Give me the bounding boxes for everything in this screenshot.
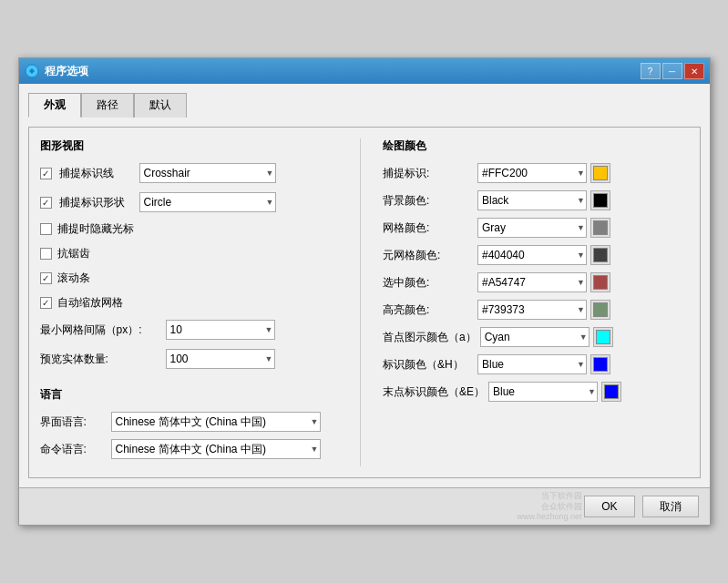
- content-area: 外观 路径 默认 图形视图 捕提标识线 Crosshair: [19, 84, 710, 487]
- swatch-capture: [593, 166, 608, 180]
- swatch-marker-h: [593, 357, 608, 372]
- tab-default[interactable]: 默认: [134, 93, 187, 118]
- select-command-lang[interactable]: Chinese 简体中文 (China 中国) English: [111, 439, 321, 459]
- label-color-end-point: 末点标识颜色（&E）: [383, 384, 485, 400]
- color-row-grid: 网格颜色: Gray ▼: [383, 218, 689, 238]
- color-picker-bg[interactable]: [590, 190, 610, 210]
- select-wrap-color-capture: #FFC200 ▼: [477, 163, 587, 183]
- select-wrap-color-highlight: #739373 ▼: [477, 300, 587, 320]
- select-color-selected[interactable]: #A54747: [477, 272, 587, 292]
- label-color-highlight: 高亮颜色:: [383, 302, 474, 318]
- label-anti-alias: 抗锯齿: [57, 246, 90, 261]
- select-wrap-color-end-point: Blue ▼: [488, 382, 598, 402]
- swatch-end-point: [604, 384, 619, 399]
- color-picker-first-point[interactable]: [593, 327, 613, 347]
- label-auto-zoom: 自动缩放网格: [57, 295, 123, 311]
- select-interface-lang[interactable]: Chinese 简体中文 (China 中国) English: [111, 412, 321, 432]
- window-title: 程序选项: [45, 64, 88, 79]
- tab-bar: 外观 路径 默认: [28, 93, 701, 118]
- color-row-first-point: 首点图示颜色（a） Cyan ▼: [383, 327, 689, 347]
- left-section-title: 图形视图: [40, 138, 346, 154]
- select-color-first-point[interactable]: Cyan: [480, 327, 590, 347]
- label-color-grid: 网格颜色:: [383, 220, 474, 236]
- language-section: 语言 界面语言: Chinese 简体中文 (China 中国) English…: [40, 387, 346, 459]
- checkbox-row-auto-zoom: 自动缩放网格: [40, 295, 346, 311]
- swatch-first-point: [596, 330, 610, 344]
- select-preview-count[interactable]: 100 50 200: [166, 349, 275, 369]
- label-min-grid: 最小网格间隔（px）:: [40, 322, 159, 338]
- checkbox-row-anti-alias: 抗锯齿: [40, 246, 346, 261]
- select-wrap-color-marker-h: Blue ▼: [477, 354, 587, 374]
- select-wrap-min-grid: 10 5 20 ▼: [166, 320, 275, 340]
- select-wrap-preview-count: 100 50 200 ▼: [166, 349, 275, 369]
- select-wrap-capture-shape: Circle Square Diamond ▼: [139, 192, 276, 212]
- bottom-bar: 当下软件园合众软件园www.hezhong.net OK 取消: [19, 487, 710, 525]
- label-color-first-point: 首点图示颜色（a）: [383, 330, 477, 345]
- cancel-button[interactable]: 取消: [642, 496, 699, 517]
- color-row-bg: 背景颜色: Black ▼: [383, 190, 689, 210]
- select-color-meta-grid[interactable]: #404040: [477, 245, 587, 265]
- select-wrap-color-first-point: Cyan ▼: [480, 327, 590, 347]
- checkbox-capture-line[interactable]: [40, 168, 52, 179]
- checkbox-anti-alias[interactable]: [40, 248, 52, 260]
- color-row-capture-marker: 捕提标识: #FFC200 ▼: [383, 163, 689, 183]
- label-color-marker-h: 标识颜色（&H）: [383, 357, 474, 373]
- color-row-end-point: 末点标识颜色（&E） Blue ▼: [383, 382, 689, 402]
- left-panel: 图形视图 捕提标识线 Crosshair None Line ▼: [40, 138, 362, 466]
- right-section-title: 绘图颜色: [383, 138, 689, 154]
- select-color-end-point[interactable]: Blue: [488, 382, 598, 402]
- select-color-marker-h[interactable]: Blue: [477, 354, 587, 374]
- swatch-bg: [593, 193, 608, 208]
- watermark: 当下软件园合众软件园www.hezhong.net: [517, 491, 581, 523]
- tab-appearance[interactable]: 外观: [28, 93, 81, 118]
- label-capture-shape: 捕提标识形状: [59, 195, 132, 210]
- color-picker-meta-grid[interactable]: [590, 245, 610, 265]
- color-picker-marker-h[interactable]: [590, 354, 610, 374]
- main-window: 程序选项 ? ─ ✕ 外观 路径 默认 图形视图: [18, 57, 711, 526]
- right-panel: 绘图颜色 捕提标识: #FFC200 ▼ 背景颜色:: [375, 138, 689, 466]
- select-wrap-color-selected: #A54747 ▼: [477, 272, 587, 292]
- help-button[interactable]: ?: [641, 63, 661, 79]
- color-picker-end-point[interactable]: [601, 382, 621, 402]
- titlebar-left: 程序选项: [25, 64, 88, 79]
- label-color-meta-grid: 元网格颜色:: [383, 248, 474, 263]
- select-color-grid[interactable]: Gray: [477, 218, 587, 238]
- select-wrap-capture-line: Crosshair None Line ▼: [139, 163, 276, 183]
- close-button[interactable]: ✕: [684, 63, 704, 79]
- checkbox-row-hide-cursor: 捕提时隐藏光标: [40, 221, 346, 237]
- tab-content-appearance: 图形视图 捕提标识线 Crosshair None Line ▼: [28, 127, 701, 478]
- checkbox-hide-cursor[interactable]: [40, 223, 52, 235]
- color-picker-highlight[interactable]: [590, 300, 610, 320]
- ok-button[interactable]: OK: [584, 496, 634, 517]
- checkbox-capture-shape[interactable]: [40, 197, 52, 209]
- color-picker-selected[interactable]: [590, 272, 610, 292]
- titlebar: 程序选项 ? ─ ✕: [19, 58, 710, 84]
- label-color-bg: 背景颜色:: [383, 193, 474, 209]
- select-color-bg[interactable]: Black: [477, 190, 587, 210]
- minimize-button[interactable]: ─: [662, 63, 682, 79]
- label-scrollbar: 滚动条: [57, 271, 90, 286]
- tab-path[interactable]: 路径: [81, 93, 134, 118]
- label-hide-cursor: 捕提时隐藏光标: [57, 221, 134, 237]
- color-row-marker-h: 标识颜色（&H） Blue ▼: [383, 354, 689, 374]
- label-color-selected: 选中颜色:: [383, 275, 474, 291]
- select-min-grid[interactable]: 10 5 20: [166, 320, 275, 340]
- color-row-meta-grid: 元网格颜色: #404040 ▼: [383, 245, 689, 265]
- label-capture-line: 捕提标识线: [59, 166, 132, 181]
- select-capture-shape-style[interactable]: Circle Square Diamond: [139, 192, 276, 212]
- select-wrap-command-lang: Chinese 简体中文 (China 中国) English ▼: [111, 439, 321, 459]
- select-color-highlight[interactable]: #739373: [477, 300, 587, 320]
- select-capture-line-style[interactable]: Crosshair None Line: [139, 163, 276, 183]
- language-section-title: 语言: [40, 387, 346, 403]
- color-picker-capture[interactable]: [590, 163, 610, 183]
- checkbox-scrollbar[interactable]: [40, 272, 52, 284]
- label-interface-lang: 界面语言:: [40, 414, 104, 430]
- checkbox-auto-zoom[interactable]: [40, 297, 52, 309]
- swatch-highlight: [593, 302, 608, 317]
- titlebar-controls: ? ─ ✕: [641, 63, 704, 79]
- color-picker-grid[interactable]: [590, 218, 610, 238]
- app-icon: [25, 64, 39, 78]
- select-color-capture[interactable]: #FFC200: [477, 163, 587, 183]
- color-row-highlight: 高亮颜色: #739373 ▼: [383, 300, 689, 320]
- label-color-capture: 捕提标识:: [383, 166, 474, 181]
